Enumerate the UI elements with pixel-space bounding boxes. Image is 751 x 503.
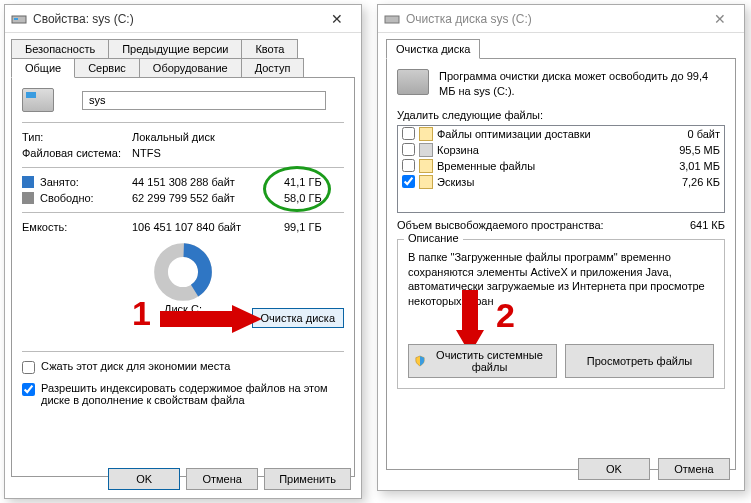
description-text: В папке "Загруженные файлы программ" вре…: [408, 250, 714, 309]
tab-sharing[interactable]: Доступ: [241, 58, 305, 78]
dialog-buttons: OK Отмена Применить: [108, 468, 351, 490]
tab-previous-versions[interactable]: Предыдущие версии: [108, 39, 242, 59]
compress-checkbox-row[interactable]: Сжать этот диск для экономии места: [22, 360, 344, 374]
annotation-2: 2: [496, 296, 515, 335]
index-checkbox[interactable]: [22, 383, 35, 396]
free-label: Свободно:: [22, 192, 132, 204]
ok-button[interactable]: OK: [578, 458, 650, 480]
drive-icon: [11, 11, 27, 27]
disk-cleanup-button[interactable]: Очистка диска: [252, 308, 344, 328]
free-swatch: [22, 192, 34, 204]
tab-general[interactable]: Общие: [11, 58, 75, 78]
titlebar[interactable]: Свойства: sys (C:) ✕: [5, 5, 361, 33]
properties-dialog: Свойства: sys (C:) ✕ Безопасность Предыд…: [4, 4, 362, 499]
tab-security[interactable]: Безопасность: [11, 39, 109, 59]
dialog-title: Свойства: sys (C:): [33, 12, 319, 26]
free-bytes: 62 299 799 552 байт: [132, 192, 284, 204]
close-button[interactable]: ✕: [702, 6, 738, 32]
compress-checkbox[interactable]: [22, 361, 35, 374]
used-bytes: 44 151 308 288 байт: [132, 176, 284, 188]
list-item: Временные файлы3,01 МБ: [398, 158, 724, 174]
file-checkbox[interactable]: [402, 175, 415, 188]
summary-text: Программа очистки диска может освободить…: [439, 69, 725, 99]
tab-cleanup[interactable]: Очистка диска: [386, 39, 480, 59]
view-files-button[interactable]: Просмотреть файлы: [565, 344, 714, 378]
capacity-chart: [154, 243, 212, 301]
file-list[interactable]: Файлы оптимизации доставки0 байт Корзина…: [397, 125, 725, 213]
drive-name-input[interactable]: [82, 91, 326, 110]
bin-icon: [419, 143, 433, 157]
annotation-1: 1: [132, 294, 151, 333]
file-checkbox[interactable]: [402, 127, 415, 140]
delete-label: Удалить следующие файлы:: [397, 109, 725, 121]
tab-tools[interactable]: Сервис: [74, 58, 140, 78]
drive-large-icon: [22, 88, 54, 112]
dialog-title: Очистка диска sys (C:): [406, 12, 702, 26]
cancel-button[interactable]: Отмена: [186, 468, 258, 490]
ok-button[interactable]: OK: [108, 468, 180, 490]
total-value: 641 КБ: [690, 219, 725, 231]
svg-marker-4: [160, 305, 262, 333]
group-title: Описание: [404, 232, 463, 244]
apply-button[interactable]: Применить: [264, 468, 351, 490]
used-label: Занято:: [22, 176, 132, 188]
index-checkbox-row[interactable]: Разрешить индексировать содержимое файло…: [22, 382, 344, 406]
annotation-arrow-1: [160, 305, 262, 333]
tab-strip: Безопасность Предыдущие версии Квота Общ…: [11, 39, 355, 78]
svg-rect-5: [385, 16, 399, 23]
disk-cleanup-dialog: Очистка диска sys (C:) ✕ Очистка диска П…: [377, 4, 745, 491]
used-swatch: [22, 176, 34, 188]
summary-icon: [397, 69, 429, 95]
titlebar[interactable]: Очистка диска sys (C:) ✕: [378, 5, 744, 33]
tab-quota[interactable]: Квота: [241, 39, 298, 59]
general-panel: Тип:Локальный диск Файловая система:NTFS…: [11, 77, 355, 477]
list-item: Эскизы7,26 КБ: [398, 174, 724, 190]
list-item: Файлы оптимизации доставки0 байт: [398, 126, 724, 142]
tab-hardware[interactable]: Оборудование: [139, 58, 242, 78]
cap-human: 99,1 ГБ: [284, 221, 344, 233]
fs-label: Файловая система:: [22, 147, 132, 159]
file-checkbox[interactable]: [402, 159, 415, 172]
cleanup-panel: Программа очистки диска может освободить…: [386, 58, 736, 470]
folder-icon: [419, 175, 433, 189]
close-button[interactable]: ✕: [319, 6, 355, 32]
list-item: Корзина95,5 МБ: [398, 142, 724, 158]
annotation-circle: [263, 166, 331, 212]
folder-icon: [419, 159, 433, 173]
cap-bytes: 106 451 107 840 байт: [132, 221, 284, 233]
type-value: Локальный диск: [132, 131, 344, 143]
file-checkbox[interactable]: [402, 143, 415, 156]
total-label: Объем высвобождаемого пространства:: [397, 219, 690, 231]
dialog-buttons: OK Отмена: [578, 458, 730, 480]
type-label: Тип:: [22, 131, 132, 143]
cleanup-icon: [384, 11, 400, 27]
folder-icon: [419, 127, 433, 141]
description-group: Описание В папке "Загруженные файлы прог…: [397, 239, 725, 389]
tab-strip: Очистка диска: [386, 39, 736, 59]
shield-icon: [415, 355, 425, 367]
cap-label: Емкость:: [22, 221, 132, 233]
svg-rect-1: [14, 18, 18, 20]
clean-system-files-button[interactable]: Очистить системные файлы: [408, 344, 557, 378]
cancel-button[interactable]: Отмена: [658, 458, 730, 480]
fs-value: NTFS: [132, 147, 344, 159]
